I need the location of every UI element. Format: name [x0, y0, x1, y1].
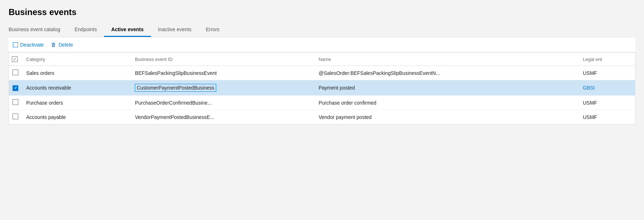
tab-catalog[interactable]: Business event catalog [9, 23, 67, 37]
row-event-id: CustomerPaymentPostedBusiness [131, 80, 314, 96]
events-table: ✓ Category Business event ID Name Legal … [9, 52, 635, 125]
tab-errors[interactable]: Errors [199, 23, 227, 37]
row-check-col[interactable] [9, 66, 22, 80]
row-legal-entity: USMF [578, 96, 635, 110]
tab-inactive-events[interactable]: Inactive events [151, 23, 199, 37]
legal-entity-link[interactable]: GBSI [583, 85, 595, 91]
table-row[interactable]: ✓ Accounts receivable CustomerPaymentPos… [9, 80, 635, 96]
row-checkbox[interactable] [13, 70, 18, 75]
row-name: @SalesOrder:BEFSalesPackingSlipBusinessE… [314, 66, 578, 80]
header-name: Name [314, 53, 578, 66]
header-event-id: Business event ID [131, 53, 314, 66]
row-legal-entity[interactable]: GBSI [578, 80, 635, 96]
row-checkbox[interactable] [13, 114, 18, 119]
deactivate-checkbox-icon [13, 42, 18, 47]
header-category: Category [22, 53, 131, 66]
row-event-id: VendorPaymentPostedBusinessE... [131, 110, 314, 124]
row-checkbox[interactable] [13, 99, 18, 105]
header-legal-entity: Legal ent [578, 53, 635, 66]
table-row[interactable]: Purchase orders PurchaseOrderConfirmedBu… [9, 96, 635, 110]
tab-active-events[interactable]: Active events [104, 23, 151, 37]
row-check-col[interactable] [9, 110, 22, 124]
content-area: Deactivate 🗑 Delete ✓ Category Business … [9, 37, 635, 125]
trash-icon: 🗑 [51, 42, 56, 48]
delete-label: Delete [58, 42, 73, 48]
row-name: Vendor payment posted [314, 110, 578, 124]
row-legal-entity: USMF [578, 110, 635, 124]
row-category: Accounts payable [22, 110, 131, 124]
row-event-id: BEFSalesPackingSlipBusinessEvent [131, 66, 314, 80]
deactivate-button[interactable]: Deactivate [13, 42, 44, 48]
tab-endpoints[interactable]: Endpoints [67, 23, 104, 37]
table-row[interactable]: Sales orders BEFSalesPackingSlipBusiness… [9, 66, 635, 80]
row-event-id: PurchaseOrderConfirmedBusine... [131, 96, 314, 110]
page-title: Business events [9, 7, 635, 17]
row-category: Purchase orders [22, 96, 131, 110]
header-check-col[interactable]: ✓ [9, 53, 22, 66]
row-check-col[interactable] [9, 96, 22, 110]
table-header-row: ✓ Category Business event ID Name Legal … [9, 53, 635, 66]
toolbar: Deactivate 🗑 Delete [9, 37, 635, 52]
row-name: Purchase order confirmed [314, 96, 578, 110]
header-checkbox[interactable]: ✓ [12, 56, 18, 62]
row-category: Accounts receivable [22, 80, 131, 96]
row-check-col[interactable]: ✓ [9, 80, 22, 96]
deactivate-label: Deactivate [20, 42, 44, 48]
table-row[interactable]: Accounts payable VendorPaymentPostedBusi… [9, 110, 635, 124]
row-checkbox-checked[interactable]: ✓ [13, 85, 18, 91]
row-category: Sales orders [22, 66, 131, 80]
page-container: Business events Business event catalog E… [0, 0, 644, 220]
delete-button[interactable]: 🗑 Delete [51, 42, 73, 48]
event-id-outlined: CustomerPaymentPostedBusiness [135, 84, 216, 92]
row-name: Payment posted [314, 80, 578, 96]
row-legal-entity: USMF [578, 66, 635, 80]
tab-bar: Business event catalog Endpoints Active … [9, 23, 635, 37]
